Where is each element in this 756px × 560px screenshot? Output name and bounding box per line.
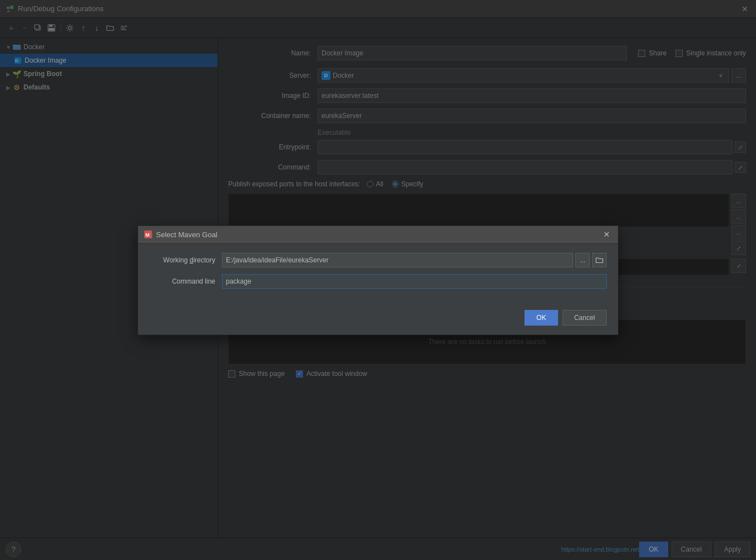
working-dir-browse-button[interactable]: ... (575, 253, 590, 267)
working-directory-row: Working directory ... (149, 253, 607, 267)
working-directory-input[interactable] (222, 253, 573, 267)
modal-cancel-button[interactable]: Cancel (563, 310, 607, 326)
modal-maven-icon: M (144, 230, 153, 239)
working-directory-input-row: ... (222, 253, 607, 267)
modal-ok-button[interactable]: OK (525, 310, 557, 326)
working-dir-folder-button[interactable] (592, 253, 607, 267)
modal-title-bar: M Select Maven Goal ✕ (138, 226, 618, 244)
command-line-row: Command line (149, 274, 607, 289)
working-directory-label: Working directory (149, 256, 222, 264)
svg-text:M: M (145, 232, 150, 238)
modal-close-button[interactable]: ✕ (601, 229, 612, 240)
command-line-label: Command line (149, 277, 222, 285)
modal-overlay: M Select Maven Goal ✕ Working directory … (0, 0, 756, 560)
modal-footer: OK Cancel (138, 304, 618, 335)
command-line-input[interactable] (222, 274, 607, 289)
modal-dialog: M Select Maven Goal ✕ Working directory … (138, 225, 618, 335)
modal-body: Working directory ... Command line (138, 244, 618, 304)
modal-title: Select Maven Goal (156, 230, 601, 239)
